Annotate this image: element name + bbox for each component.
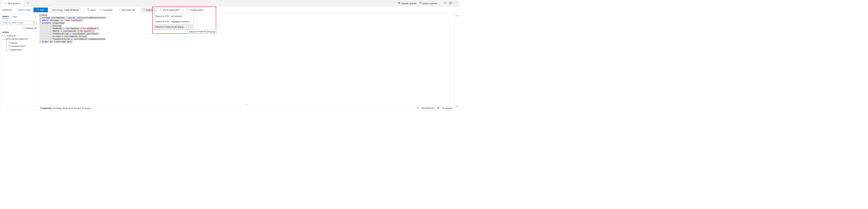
tooltip: Export to Power BI (M query) <box>188 30 217 34</box>
records-icon <box>437 107 439 110</box>
svg-rect-12 <box>437 107 439 109</box>
export-dropdown: Export to CSV - all columns Export to CS… <box>153 13 193 29</box>
toolbar: Kudos-AI Select Scope Run Time range : L… <box>0 6 459 13</box>
svg-rect-6 <box>449 2 451 4</box>
scope-name: Kudos-AI <box>2 9 12 11</box>
duration: 00:00:00.697 <box>422 107 434 109</box>
query-tab[interactable]: New Query 1* <box>1 0 24 6</box>
export-csv-all[interactable]: Export to CSV - all columns <box>153 13 193 19</box>
gear-icon[interactable] <box>444 1 446 5</box>
panel-icon[interactable] <box>449 1 452 5</box>
status-bar: Completed . Showing results from the las… <box>38 106 454 111</box>
divider <box>84 8 84 12</box>
explorer-icon <box>419 2 422 5</box>
divider <box>139 8 139 12</box>
search-input[interactable] <box>4 22 33 24</box>
add-tab-button[interactable]: + <box>26 1 30 5</box>
tree-item-customevents[interactable]: ▸ customEvents <box>2 44 37 48</box>
tab-tables[interactable]: Tables <box>2 14 9 19</box>
format-icon <box>187 8 189 11</box>
table-icon <box>9 45 10 48</box>
tree-item-traces[interactable]: ▸ traces <box>2 41 37 44</box>
svg-rect-3 <box>399 3 400 4</box>
resize-handle[interactable]: • • • <box>38 103 454 106</box>
pin-button[interactable]: Pin to dashboard <box>158 8 181 12</box>
svg-rect-2 <box>398 3 399 4</box>
lightbulb-icon <box>4 35 6 37</box>
export-icon <box>143 8 145 11</box>
export-csv-displayed[interactable]: Export to CSV - displayed columns <box>153 19 193 24</box>
active-label: Active <box>0 30 38 34</box>
svg-point-7 <box>33 22 34 23</box>
svg-rect-8 <box>9 42 10 43</box>
save-icon <box>87 8 90 11</box>
stopwatch-icon <box>417 107 419 110</box>
tab-filter[interactable]: Filter <box>13 15 18 19</box>
collapse-icon <box>22 27 24 29</box>
star-icon[interactable]: ☆ <box>35 34 37 37</box>
query-explorer-button[interactable]: Query explorer <box>419 2 437 5</box>
new-alert-button[interactable]: New alert rule <box>118 8 137 11</box>
code-editor[interactable]: traces| extend customdims = parse_json(c… <box>38 13 454 103</box>
search-icon <box>33 22 35 24</box>
divider <box>440 1 441 5</box>
queries-icon <box>398 2 400 5</box>
search-input-wrapper <box>2 21 36 25</box>
divider <box>183 8 183 12</box>
status-text: . Showing results from the last 24 hours… <box>52 107 91 109</box>
table-icon <box>9 41 10 44</box>
time-range-button[interactable]: Time range : Last 24 hours <box>50 8 81 12</box>
minimize-icon[interactable]: — <box>456 14 458 17</box>
svg-rect-0 <box>398 2 399 3</box>
pin-icon <box>159 8 162 11</box>
sidebar: Tables Filter « Collapse all Active ▾ Ku… <box>0 13 38 111</box>
select-scope-button[interactable]: Select Scope <box>16 8 32 12</box>
editor-pane: traces| extend customdims = parse_json(c… <box>38 13 454 111</box>
export-powerbi[interactable]: Export to Power BI (M query) <box>153 24 193 29</box>
chevron-down-icon[interactable] <box>454 2 456 4</box>
svg-rect-10 <box>9 49 10 50</box>
prettify-button[interactable]: Prettify query <box>185 8 204 12</box>
tree-item-pageviews[interactable]: ▸ pageViews <box>2 48 37 51</box>
export-button[interactable]: Export <box>141 7 157 12</box>
svg-rect-4 <box>420 2 422 4</box>
copy-link-button[interactable]: Copy link <box>98 8 116 12</box>
svg-point-5 <box>444 3 445 3</box>
records: 31 records <box>442 107 452 109</box>
tab-bar: New Query 1* + Sample queries Query expl… <box>0 0 459 6</box>
right-strip: — <box>454 13 459 111</box>
table-icon <box>9 49 10 51</box>
svg-rect-1 <box>399 2 400 3</box>
save-button[interactable]: Save <box>86 8 97 12</box>
sample-queries-button[interactable]: Sample queries <box>398 2 417 5</box>
lightbulb-icon <box>4 2 6 5</box>
tree-root[interactable]: ▾ Kudos-AI ☆ <box>2 34 37 38</box>
link-icon <box>100 8 102 11</box>
svg-rect-9 <box>9 46 10 47</box>
status-completed: Completed <box>40 107 52 109</box>
tab-title: New Query 1* <box>7 2 21 4</box>
tree-group[interactable]: ▾ APPLICATION INSIGHTS <box>2 38 37 41</box>
collapse-all-button[interactable]: Collapse all <box>0 26 38 30</box>
collapse-sidebar-icon[interactable]: « <box>35 16 36 18</box>
expand-icon[interactable] <box>456 106 458 108</box>
run-button[interactable]: Run <box>33 7 48 12</box>
plus-icon <box>119 9 121 11</box>
